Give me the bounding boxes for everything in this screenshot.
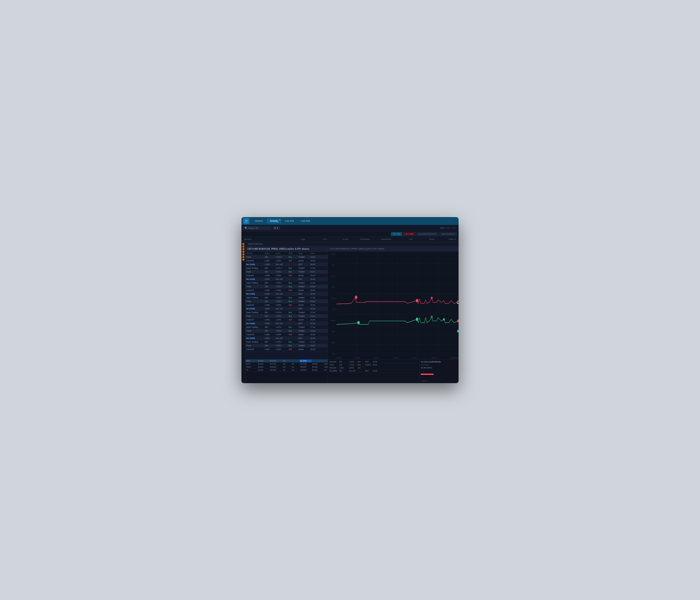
- cp-bid-button[interactable]: CP+ Bid: [391, 232, 402, 236]
- td-level: 1.25%: [275, 318, 288, 322]
- table-row[interactable]: Open Trading 500 +175.2 Buy Traded 17:42: [245, 266, 328, 270]
- x-label: 00:00: [336, 357, 341, 359]
- table-row[interactable]: Open Trading 500 +175.2 Buy Traded 17:42: [245, 281, 328, 285]
- bottom-right-row[interactable]: AxessAll 1,000 1.25% Sell: [329, 367, 418, 370]
- sidebar-dot-6[interactable]: [242, 256, 245, 258]
- svg-point-19: [431, 316, 433, 318]
- bod-type: Ind: [282, 362, 291, 365]
- td-source: Trace: [245, 255, 264, 259]
- table-row[interactable]: AxessAll 1,000 1.25% Sell Quote 15:43: [245, 333, 328, 336]
- brd-time: [372, 367, 382, 368]
- y-labels: 97.2597.297.1597.197.059796.9596.996.859…: [328, 253, 336, 355]
- table-row[interactable]: Me (ABN) 2,500 101.123 - DNT 16:35: [245, 322, 328, 325]
- sidebar-dot-1[interactable]: [242, 243, 245, 245]
- toolbar-btn-2[interactable]: [446, 227, 451, 229]
- table-row[interactable]: AxessAll 1,000 1.25% Sell Quote 15:43: [245, 289, 328, 292]
- sidebar-dot-4[interactable]: [242, 251, 245, 253]
- table-row[interactable]: Trace 100 +175.2 Buy Traded 14:42: [245, 329, 328, 333]
- table-row[interactable]: Me (ABN) 2,500 101.123 - DNT 16:35: [245, 262, 328, 266]
- table-row[interactable]: Trace 100 +175.2 Buy Traded 14:42: [245, 255, 328, 259]
- sidebar-dot-5[interactable]: [242, 253, 245, 255]
- td-side: Buy: [288, 281, 297, 284]
- brd-sz: 100: [339, 364, 348, 366]
- bottom-order-row[interactable]: CBKG $3,000 93.6030 Ind Ind 93.8000 $3,0…: [245, 366, 328, 369]
- td-source: Trace: [245, 285, 264, 288]
- td-level: 1.25%: [275, 274, 288, 277]
- brd-sz: 700: [339, 360, 348, 363]
- td-source: AxessAll: [245, 303, 264, 307]
- nav-tab-activity[interactable]: Activity: [267, 219, 281, 223]
- table-row[interactable]: AxessAll 1,000 1.25% Sell Quote 15:43: [245, 274, 328, 277]
- td-level: +175.2: [275, 300, 288, 303]
- search-input[interactable]: [248, 227, 268, 229]
- cp-offer-button[interactable]: CP+ Offer: [403, 232, 416, 236]
- brp-title: CLI Euro EUROBOND: [421, 361, 457, 363]
- nav-tab-orders[interactable]: Orders: [252, 219, 266, 223]
- toolbar-btn-1[interactable]: [440, 227, 445, 229]
- td-side: Buy: [288, 310, 297, 314]
- td-source: Trace: [245, 329, 264, 332]
- logo-button[interactable]: [243, 218, 249, 224]
- table-row[interactable]: Me (ABN) 2,500 101.123 - DNT 16:35: [245, 307, 328, 310]
- td-type: Quote: [297, 333, 309, 336]
- table-row[interactable]: Me (ABN) 2,500 101.123 - DNT 16:35: [245, 336, 328, 340]
- nav-tab-list001[interactable]: List 001: [282, 219, 297, 223]
- split-conditions-button[interactable]: Split Conditions: [439, 232, 457, 236]
- table-row[interactable]: Open Trading 500 +175.2 Buy Traded 17:42: [245, 325, 328, 329]
- table-row[interactable]: AxessAll 1,000 1.25% Sell Quote 15:43: [245, 303, 328, 307]
- filter-icon: ⊞: [274, 227, 276, 229]
- td-sz: 1,000: [264, 318, 275, 322]
- bottom-order-row[interactable]: NATX $4,500 93.3720 Ind Ind 93.7720 $4,5…: [245, 362, 328, 366]
- table-row[interactable]: Open Trading 500 +175.2 Buy Traded 17:42: [245, 340, 328, 344]
- nav-tab-list002[interactable]: List 002: [298, 219, 313, 223]
- bottom-order-row[interactable]: OPIN $4,000 93.3010 Ind Ac (Trd): [245, 359, 328, 362]
- bottom-right-row[interactable]: Trace 100 +175.2 Buy Traded 20:42: [329, 364, 418, 367]
- table-row[interactable]: Trace 100 +175.2 Buy Traded 14:42: [245, 285, 328, 289]
- td-sz: 100: [264, 270, 275, 274]
- td-time: 17:42: [309, 340, 319, 344]
- td-level: 1.25%: [275, 289, 288, 292]
- td-level: +175.2: [275, 310, 288, 314]
- table-row[interactable]: Open Trading 500 +175.2 Buy Traded 17:42: [245, 296, 328, 300]
- bod-sz: $4,500: [257, 362, 269, 365]
- td-level: 101.123: [275, 322, 288, 325]
- table-row[interactable]: Trace 100 +175.2 Buy Traded 14:42: [245, 300, 328, 303]
- td-source: AxessAll: [245, 274, 264, 277]
- table-row[interactable]: Trace 100 +175.2 Buy Traded 14:42: [245, 314, 328, 318]
- td-source: AxessAll: [245, 348, 264, 351]
- td-time: 17:42: [309, 296, 319, 299]
- bod-type: Ind: [282, 359, 291, 362]
- bottom-right-row[interactable]: AxessAll 700 1.25% Sell DNT 19:42: [329, 360, 418, 364]
- brp-pink-bar: [421, 374, 433, 375]
- execution-ref-button[interactable]: Execution Reference: [417, 232, 439, 236]
- td-type: Traded: [297, 281, 309, 284]
- td-type: Traded: [297, 255, 309, 259]
- bottom-right-row[interactable]: Me (ABN) 750 101.123 - DNT 22:35: [329, 370, 418, 373]
- table-row[interactable]: AxessAll 1,000 1.25% Sell Quote 15:43: [245, 318, 328, 322]
- table-row[interactable]: Open Trading 500 +175.2 Buy Traded 17:42: [245, 310, 328, 314]
- td-sz: 1,000: [264, 348, 275, 351]
- bod-name: [324, 360, 328, 361]
- brd-time: 19:42: [372, 360, 382, 363]
- table-row[interactable]: AxessAll 1,000 1.25% Sell Quote 15:43: [245, 348, 328, 351]
- bottom-order-row[interactable]: TD $3,000 93.3510 Ind Ind 93.8500 $3,000…: [245, 369, 328, 372]
- td-side: Sell: [288, 289, 297, 292]
- table-row[interactable]: Me (ABN) 2,500 101.123 - DNT 16:35: [245, 292, 328, 296]
- filter-button[interactable]: ⊞ ▼: [273, 226, 280, 230]
- column-headers: Identifier Type CCS Sz (M) Shortname Ben…: [242, 237, 458, 242]
- col-header-target: Target: [414, 238, 435, 240]
- table-row[interactable]: AxessAll 1,000 1.25% Sell Quote 15:43: [245, 259, 328, 262]
- td-type: DNT: [297, 322, 309, 325]
- brd-level: 1.25%: [348, 367, 357, 369]
- toolbar-btn-3[interactable]: [452, 227, 457, 229]
- sidebar-dot-2[interactable]: [242, 246, 245, 248]
- table-row[interactable]: Trace 100 +175.2 Buy Traded 14:42: [245, 270, 328, 274]
- tc-sz: Sz(m): [264, 252, 275, 255]
- sidebar-dot-3[interactable]: [242, 248, 245, 250]
- table-row[interactable]: Me (ABN) 2,500 101.123 - DNT 16:35: [245, 277, 328, 281]
- sidebar-dot-7[interactable]: [242, 258, 245, 261]
- brd-side: Sell: [357, 360, 365, 363]
- td-sz: 1,000: [264, 333, 275, 336]
- bottom-right-panel: CLI Euro EUROBOND Client Sell 43.4M (25%…: [420, 359, 458, 383]
- table-row[interactable]: Trace 100 +175.2 Buy Traded 14:42: [245, 344, 328, 348]
